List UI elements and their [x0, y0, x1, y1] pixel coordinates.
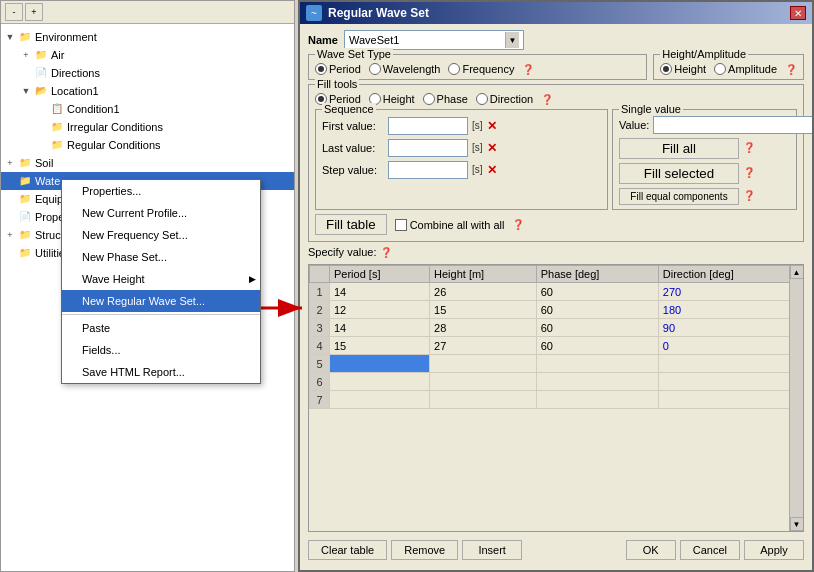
radio-height[interactable]: Height [660, 63, 706, 75]
specify-help-icon[interactable]: ❓ [380, 247, 392, 258]
tree-item-directions[interactable]: 📄 Directions [1, 64, 294, 82]
fill-radio-height[interactable]: Height [369, 93, 415, 105]
fill-radio-phase[interactable]: Phase [423, 93, 468, 105]
cell-period[interactable] [330, 355, 430, 373]
table-scrollbar[interactable]: ▲ ▼ [789, 265, 803, 531]
scroll-down-arrow[interactable]: ▼ [790, 517, 804, 531]
radio-wavelength[interactable]: Wavelength [369, 63, 441, 75]
cell-height[interactable] [430, 373, 537, 391]
seq-first-delete-icon[interactable]: ✕ [487, 116, 497, 136]
cell-period[interactable]: 15 [330, 337, 430, 355]
ctx-new-current[interactable]: New Current Profile... [62, 202, 260, 224]
cell-phase[interactable]: 60 [536, 301, 658, 319]
cancel-button[interactable]: Cancel [680, 540, 740, 560]
clear-table-button[interactable]: Clear table [308, 540, 387, 560]
cell-direction[interactable] [658, 355, 802, 373]
radio-period-input[interactable] [315, 63, 327, 75]
ctx-new-regular[interactable]: New Regular Wave Set... [62, 290, 260, 312]
cell-period[interactable]: 12 [330, 301, 430, 319]
fill-equal-help-icon[interactable]: ❓ [743, 190, 755, 201]
fill-radio-direction-input[interactable] [476, 93, 488, 105]
seq-step-delete-icon[interactable]: ✕ [487, 160, 497, 180]
seq-step-input[interactable] [388, 161, 468, 179]
radio-amplitude[interactable]: Amplitude [714, 63, 777, 75]
apply-button[interactable]: Apply [744, 540, 804, 560]
cell-phase[interactable] [536, 355, 658, 373]
cell-height[interactable]: 27 [430, 337, 537, 355]
wave-type-help-icon[interactable]: ❓ [522, 64, 534, 75]
radio-frequency[interactable]: Frequency [448, 63, 514, 75]
cell-direction[interactable] [658, 391, 802, 409]
scroll-thumb[interactable] [790, 279, 803, 517]
fill-selected-button[interactable]: Fill selected [619, 163, 739, 184]
tree-item-air[interactable]: + 📁 Air [1, 46, 294, 64]
insert-button[interactable]: Insert [462, 540, 522, 560]
tree-panel: - + ▼ 📁 Environment + 📁 Air 📄 Directions… [0, 0, 295, 572]
cell-phase[interactable]: 60 [536, 283, 658, 301]
cell-direction[interactable]: 90 [658, 319, 802, 337]
tree-item-location1[interactable]: ▼ 📂 Location1 [1, 82, 294, 100]
cell-height[interactable]: 26 [430, 283, 537, 301]
radio-amplitude-input[interactable] [714, 63, 726, 75]
ctx-new-phase[interactable]: New Phase Set... [62, 246, 260, 268]
cell-direction[interactable]: 270 [658, 283, 802, 301]
cell-height[interactable] [430, 391, 537, 409]
ctx-properties[interactable]: Properties... [62, 180, 260, 202]
fill-all-button[interactable]: Fill all [619, 138, 739, 159]
tree-expand-btn[interactable]: + [25, 3, 43, 21]
cell-phase[interactable]: 60 [536, 319, 658, 337]
remove-button[interactable]: Remove [391, 540, 458, 560]
cell-phase[interactable] [536, 391, 658, 409]
fill-radio-direction[interactable]: Direction [476, 93, 533, 105]
cell-period[interactable] [330, 373, 430, 391]
seq-last-delete-icon[interactable]: ✕ [487, 138, 497, 158]
fill-selected-help-icon[interactable]: ❓ [743, 167, 755, 178]
fill-equal-button[interactable]: Fill equal components [619, 188, 739, 205]
ctx-fields[interactable]: Fields... [62, 339, 260, 361]
seq-first-input[interactable] [388, 117, 468, 135]
fill-all-help-icon[interactable]: ❓ [743, 142, 755, 153]
cell-height[interactable]: 15 [430, 301, 537, 319]
seq-last-input[interactable] [388, 139, 468, 157]
folder-icon: 📁 [17, 227, 33, 243]
radio-period[interactable]: Period [315, 63, 361, 75]
tree-item-environment[interactable]: ▼ 📁 Environment [1, 28, 294, 46]
ctx-wave-height[interactable]: Wave Height [62, 268, 260, 290]
fill-type-help-icon[interactable]: ❓ [541, 94, 553, 105]
tree-item-regular[interactable]: 📁 Regular Conditions [1, 136, 294, 154]
cell-period[interactable] [330, 391, 430, 409]
cell-height[interactable]: 28 [430, 319, 537, 337]
fill-radio-phase-input[interactable] [423, 93, 435, 105]
tree-item-irregular[interactable]: 📁 Irregular Conditions [1, 118, 294, 136]
radio-wavelength-input[interactable] [369, 63, 381, 75]
tree-collapse-btn[interactable]: - [5, 3, 23, 21]
combine-checkbox[interactable] [395, 219, 407, 231]
combine-checkbox-item[interactable]: Combine all with all [395, 219, 505, 231]
cell-height[interactable] [430, 355, 537, 373]
ctx-save-html[interactable]: Save HTML Report... [62, 361, 260, 383]
ctx-new-frequency[interactable]: New Frequency Set... [62, 224, 260, 246]
fill-tools-main: Sequence First value: [s] ✕ Last value: … [315, 109, 797, 210]
cell-direction[interactable]: 0 [658, 337, 802, 355]
tree-item-soil[interactable]: + 📁 Soil [1, 154, 294, 172]
cell-direction[interactable] [658, 373, 802, 391]
tree-item-condition1[interactable]: 📋 Condition1 [1, 100, 294, 118]
scroll-up-arrow[interactable]: ▲ [790, 265, 804, 279]
sv-value-input[interactable] [653, 116, 812, 134]
name-combo[interactable]: WaveSet1 ▼ [344, 30, 524, 50]
combo-arrow-icon[interactable]: ▼ [505, 32, 519, 48]
dialog-close-button[interactable]: ✕ [790, 6, 806, 20]
cell-direction[interactable]: 180 [658, 301, 802, 319]
ok-button[interactable]: OK [626, 540, 676, 560]
fill-table-help-icon[interactable]: ❓ [512, 219, 524, 230]
folder-open-icon: 📂 [33, 83, 49, 99]
cell-period[interactable]: 14 [330, 283, 430, 301]
cell-period[interactable]: 14 [330, 319, 430, 337]
ctx-paste[interactable]: Paste [62, 317, 260, 339]
radio-height-input[interactable] [660, 63, 672, 75]
fill-table-button[interactable]: Fill table [315, 214, 387, 235]
cell-phase[interactable]: 60 [536, 337, 658, 355]
radio-frequency-input[interactable] [448, 63, 460, 75]
cell-phase[interactable] [536, 373, 658, 391]
height-amp-help-icon[interactable]: ❓ [785, 64, 797, 75]
